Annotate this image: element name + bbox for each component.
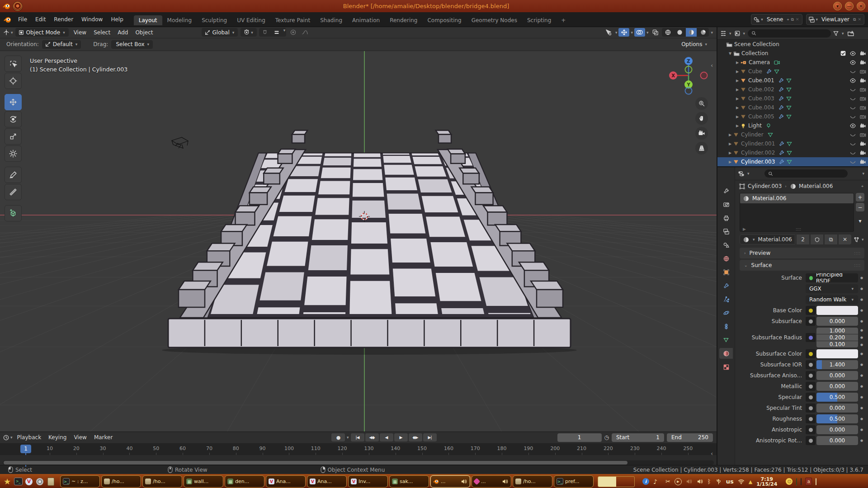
timeline-scrollbar[interactable] [3, 460, 714, 465]
clock[interactable]: 7:19 1/15/24 [756, 477, 777, 487]
tool-scale[interactable] [5, 128, 22, 145]
shading-wireframe-icon[interactable] [662, 28, 673, 37]
properties-options-icon[interactable]: ▾ [862, 171, 864, 176]
tab-texture-paint[interactable]: Texture Paint [270, 15, 315, 25]
keyframe-dot[interactable]: ● [860, 336, 863, 339]
timeline-track[interactable] [0, 455, 717, 460]
workspace-pager[interactable] [598, 476, 635, 487]
number-field[interactable]: 0.200 [816, 334, 858, 341]
render-visibility-icon[interactable] [859, 159, 866, 165]
socket-button[interactable] [806, 393, 816, 402]
new-material-copy-icon[interactable]: ⧉ [824, 235, 837, 244]
viewlayer-selector[interactable]: ▾ ViewLayer ⧉ ✕ [806, 14, 864, 25]
frame-end-field[interactable]: End250 [667, 433, 713, 442]
socket-button[interactable] [806, 349, 816, 358]
taskbar-window-ho[interactable]: /ho... [142, 475, 182, 488]
properties-tab-data[interactable] [719, 334, 733, 345]
breadcrumb-material[interactable]: Material.006 [799, 183, 833, 189]
tab-sculpting[interactable]: Sculpting [197, 15, 232, 25]
tray-calculator-icon[interactable] [796, 479, 797, 485]
preview-panel-header[interactable]: ›Preview:::: [740, 248, 864, 258]
color-swatch[interactable] [816, 306, 858, 315]
keyframe-dot[interactable]: ● [858, 439, 865, 442]
exclude-checkbox[interactable] [840, 50, 846, 56]
render-disabled-icon[interactable] [859, 113, 866, 120]
object-visibility-icon[interactable] [603, 28, 614, 37]
pin-icon[interactable]: ⌖ [787, 17, 789, 22]
properties-tab-view-layer[interactable] [719, 226, 733, 237]
expand-arrow[interactable]: ▶ [735, 97, 740, 101]
socket-button[interactable] [806, 382, 816, 391]
socket-button[interactable] [806, 360, 816, 369]
tray-info-icon[interactable]: i [642, 478, 649, 485]
tray-bluetooth-icon[interactable]: ᛒ [708, 478, 711, 485]
timeline-menu-keying[interactable]: Keying [45, 433, 70, 441]
material-slot-item[interactable]: Material.006 [740, 193, 854, 203]
hidden-eye-icon[interactable] [849, 113, 856, 120]
outliner-row-scene collection[interactable]: Scene Collection [717, 40, 868, 49]
proportional-edit-icon[interactable] [288, 28, 298, 37]
drag-dropdown[interactable]: Select Box▾ [111, 40, 153, 49]
hidden-eye-icon[interactable] [849, 141, 856, 147]
properties-tab-constraints[interactable] [719, 321, 733, 332]
properties-tab-modifiers[interactable] [719, 280, 733, 291]
tab-layout[interactable]: Layout [134, 15, 162, 25]
gizmo-toggle-icon[interactable] [618, 28, 629, 37]
taskbar-window-den[interactable]: ▦den... [225, 475, 264, 488]
expand-arrow[interactable]: ▶ [735, 79, 740, 83]
scene-selector[interactable]: ▾ Scene ⌖ ⧉ ✕ [751, 14, 802, 25]
tab-rendering[interactable]: Rendering [385, 15, 422, 25]
menu-render[interactable]: Render [50, 15, 77, 24]
tray-keyboard-icon[interactable]: us [726, 478, 734, 485]
3d-viewport[interactable]: User Perspective (1) Scene Collection | … [0, 51, 717, 432]
slot-expand-icon[interactable]: ▶ [743, 227, 746, 231]
properties-tab-particles[interactable] [719, 294, 733, 305]
fake-user-shield-icon[interactable] [810, 235, 823, 244]
breadcrumb-object[interactable]: Cylinder.003 [748, 183, 782, 189]
tool-measure[interactable] [5, 184, 22, 200]
tray-wifi-icon[interactable] [738, 478, 745, 485]
expand-arrow[interactable]: ▶ [735, 124, 740, 128]
render-visibility-icon[interactable] [859, 77, 866, 84]
nav-grid-button[interactable] [695, 142, 708, 155]
keyframe-dot[interactable]: ● [858, 395, 865, 399]
keyframe-dot[interactable]: ● [858, 363, 865, 366]
socket-button[interactable] [806, 371, 816, 380]
taskbar-window-z[interactable]: >_~ : z... [60, 475, 100, 488]
add-slot-button[interactable]: + [856, 193, 864, 202]
socket-button[interactable] [806, 333, 816, 342]
workspace-1[interactable] [598, 477, 616, 487]
snap-target-icon[interactable] [271, 28, 282, 37]
tray-dictionary-icon[interactable]: a [805, 478, 812, 485]
properties-tab-world[interactable] [719, 253, 733, 264]
falloff-curve-icon[interactable] [299, 28, 310, 37]
tool-annotate[interactable] [5, 167, 22, 183]
socket-button[interactable] [806, 414, 816, 423]
editor-type-icon[interactable] [3, 29, 10, 36]
timeline-editor-icon[interactable] [3, 434, 9, 441]
current-frame-field[interactable]: 1 [557, 433, 602, 442]
outliner-row-cylinder[interactable]: ▶Cylinder [717, 130, 868, 139]
dropdown-random-walk[interactable]: Random Walk▾ [806, 295, 858, 304]
slot-specials-icon[interactable]: ▾ [856, 216, 864, 225]
taskbar-window-[interactable]: ... [430, 475, 470, 488]
tray-music-icon[interactable]: ♪ [653, 478, 657, 485]
nav-pan-button[interactable] [695, 112, 708, 125]
new-scene-icon[interactable]: ⧉ [791, 17, 794, 22]
taskbar-window-sak[interactable]: ▦sak... [389, 475, 429, 488]
menu-select[interactable]: Select [90, 28, 114, 37]
expand-arrow[interactable]: ▼ [727, 52, 733, 56]
expand-arrow[interactable]: ▶ [727, 160, 733, 164]
overlays-toggle-icon[interactable] [634, 28, 645, 37]
socket-button[interactable] [806, 404, 816, 413]
keyframe-dot[interactable]: ● [858, 287, 865, 291]
unlink-material-icon[interactable]: ✕ [838, 235, 851, 244]
tray-volume-dim-icon[interactable] [686, 478, 693, 485]
tool-cursor[interactable] [5, 73, 22, 89]
socket-button[interactable] [806, 436, 816, 445]
tool-rotate[interactable] [5, 111, 22, 127]
snap-magnet-icon[interactable] [259, 28, 270, 37]
menu-add[interactable]: Add [114, 28, 132, 37]
outliner-row-cylinder-003[interactable]: ▶Cylinder.003 [717, 157, 868, 166]
xray-toggle-icon[interactable] [650, 28, 660, 37]
